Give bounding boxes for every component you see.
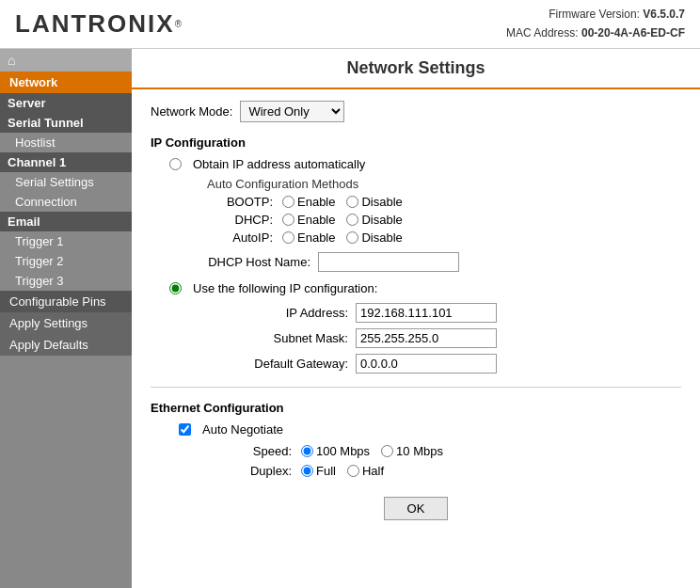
mac-value: 00-20-4A-A6-ED-CF: [581, 26, 685, 40]
network-mode-row: Network Mode: Wired Only Wireless Only B…: [151, 101, 681, 122]
speed-10-radio[interactable]: [381, 445, 393, 457]
speed-100-label: 100 Mbps: [301, 444, 370, 458]
autoip-enable-label: Enable: [282, 230, 335, 245]
bootp-enable-label: Enable: [282, 195, 335, 209]
ethernet-configuration: Ethernet Configuration Auto Negotiate Sp…: [151, 401, 681, 478]
ip-configuration: IP Configuration Obtain IP address autom…: [151, 135, 681, 373]
logo-text: LANTRONIX: [15, 9, 175, 39]
bootp-row: BOOTP: Enable Disable: [207, 195, 681, 209]
dhcp-disable-radio[interactable]: [346, 214, 358, 226]
sidebar-item-trigger2[interactable]: Trigger 2: [0, 251, 132, 271]
network-mode-label: Network Mode:: [151, 104, 232, 119]
sidebar-item-apply-defaults[interactable]: Apply Defaults: [0, 334, 132, 356]
autoip-label: AutoIP:: [207, 230, 273, 245]
duplex-half-radio[interactable]: [347, 465, 359, 477]
auto-config-methods: Auto Configuration Methods BOOTP: Enable…: [207, 177, 681, 245]
network-mode-select[interactable]: Wired Only Wireless Only Both: [240, 101, 344, 122]
autoip-enable-radio[interactable]: [282, 231, 294, 244]
section-divider: [151, 387, 681, 388]
ip-fields: IP Address: Subnet Mask: Default Gateway…: [226, 303, 681, 373]
speed-100-radio[interactable]: [301, 445, 313, 457]
dhcp-enable-radio[interactable]: [282, 214, 294, 226]
bootp-enable-radio[interactable]: [282, 196, 294, 208]
auto-config-methods-title: Auto Configuration Methods: [207, 177, 681, 191]
subnet-mask-row: Subnet Mask:: [226, 328, 681, 348]
dhcp-hostname-input[interactable]: [318, 252, 459, 272]
sidebar-item-apply-settings[interactable]: Apply Settings: [0, 312, 132, 334]
duplex-full-label: Full: [301, 464, 336, 478]
duplex-row: Duplex: Full Half: [226, 464, 681, 478]
firmware-value: V6.5.0.7: [643, 8, 685, 21]
speed-row: Speed: 100 Mbps 10 Mbps: [226, 444, 681, 458]
dhcp-hostname-row: DHCP Host Name:: [207, 252, 681, 272]
firmware-info: Firmware Version: V6.5.0.7 MAC Address: …: [506, 6, 685, 41]
use-following-radio[interactable]: [169, 282, 182, 294]
header: LANTRONIX® Firmware Version: V6.5.0.7 MA…: [0, 0, 700, 49]
dhcp-enable-label: Enable: [282, 213, 335, 227]
speed-label: Speed:: [226, 444, 292, 458]
bootp-disable-radio[interactable]: [346, 196, 358, 208]
default-gateway-label: Default Gateway:: [226, 357, 348, 371]
subnet-mask-input[interactable]: [356, 328, 497, 348]
autoip-disable-radio[interactable]: [346, 231, 358, 244]
mac-label: MAC Address:: [506, 26, 579, 40]
duplex-half-label: Half: [347, 464, 384, 478]
speed-10-label: 10 Mbps: [381, 444, 443, 458]
dhcp-hostname-label: DHCP Host Name:: [207, 255, 310, 269]
default-gateway-input[interactable]: [356, 354, 497, 373]
sidebar-item-trigger1[interactable]: Trigger 1: [0, 231, 132, 251]
logo: LANTRONIX®: [15, 9, 182, 39]
ip-config-title: IP Configuration: [151, 135, 681, 150]
home-icon: ⌂: [8, 53, 15, 68]
layout: ⌂ Network Server Serial Tunnel Hostlist …: [0, 49, 700, 588]
ip-address-input[interactable]: [356, 303, 497, 323]
duplex-full-radio[interactable]: [301, 465, 313, 477]
sidebar-item-trigger3[interactable]: Trigger 3: [0, 271, 132, 291]
sidebar-item-serial-settings[interactable]: Serial Settings: [0, 172, 132, 192]
ethernet-title: Ethernet Configuration: [151, 401, 681, 415]
duplex-label: Duplex:: [226, 464, 292, 478]
autoip-row: AutoIP: Enable Disable: [207, 230, 681, 245]
page-title: Network Settings: [132, 49, 700, 89]
dhcp-label: DHCP:: [207, 213, 273, 227]
sidebar-home-button[interactable]: ⌂: [0, 49, 132, 72]
main-content: Network Settings Network Mode: Wired Onl…: [132, 49, 700, 588]
firmware-label: Firmware Version:: [549, 8, 640, 21]
auto-negotiate-row: Auto Negotiate: [179, 422, 681, 437]
use-following-row: Use the following IP configuration:: [169, 281, 681, 295]
auto-negotiate-checkbox[interactable]: [179, 423, 191, 436]
sidebar-item-serial-tunnel[interactable]: Serial Tunnel: [0, 113, 132, 133]
sidebar-item-network[interactable]: Network: [0, 72, 132, 93]
obtain-auto-radio[interactable]: [169, 158, 182, 170]
sidebar-item-server[interactable]: Server: [0, 93, 132, 113]
sidebar-item-connection[interactable]: Connection: [0, 192, 132, 212]
ip-address-label: IP Address:: [226, 306, 348, 320]
sidebar-item-email[interactable]: Email: [0, 212, 132, 231]
content-area: Network Mode: Wired Only Wireless Only B…: [132, 89, 700, 539]
dhcp-row: DHCP: Enable Disable: [207, 213, 681, 227]
ip-address-row: IP Address:: [226, 303, 681, 323]
autoip-disable-label: Disable: [346, 230, 402, 245]
dhcp-disable-label: Disable: [346, 213, 402, 227]
sidebar-item-configurable-pins[interactable]: Configurable Pins: [0, 291, 132, 312]
subnet-mask-label: Subnet Mask:: [226, 331, 348, 345]
bootp-label: BOOTP:: [207, 195, 273, 209]
ok-row: OK: [151, 497, 681, 520]
sidebar-item-channel1[interactable]: Channel 1: [0, 152, 132, 172]
sidebar-item-hostlist[interactable]: Hostlist: [0, 133, 132, 152]
bootp-disable-label: Disable: [346, 195, 402, 209]
obtain-auto-label: Obtain IP address automatically: [193, 157, 365, 171]
auto-negotiate-label: Auto Negotiate: [202, 422, 283, 437]
use-following-label: Use the following IP configuration:: [193, 281, 377, 295]
registered-icon: ®: [175, 19, 182, 29]
default-gateway-row: Default Gateway:: [226, 354, 681, 373]
sidebar: ⌂ Network Server Serial Tunnel Hostlist …: [0, 49, 132, 588]
ok-button[interactable]: OK: [384, 497, 449, 520]
